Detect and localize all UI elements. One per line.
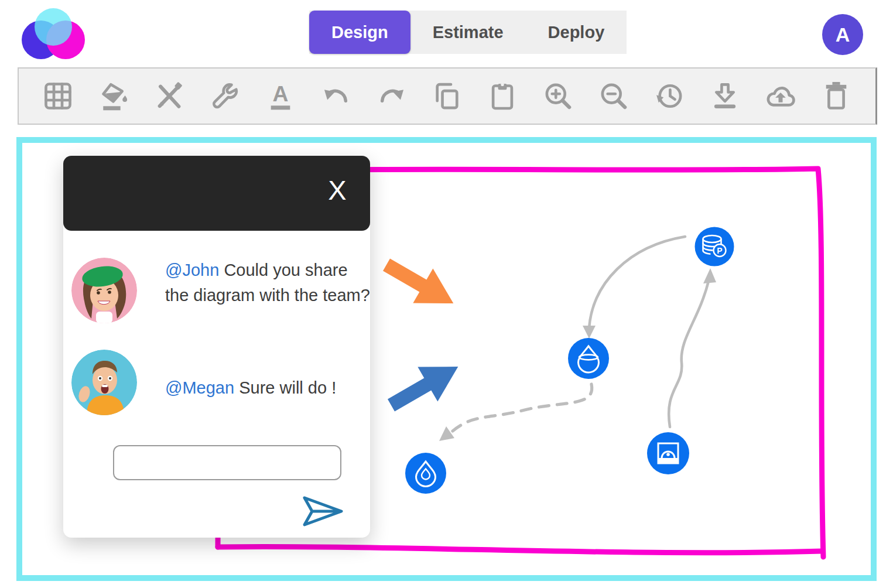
download-icon [709, 80, 741, 112]
fill-color-icon [97, 80, 130, 112]
chat-message: @Megan Sure will do ! [71, 350, 371, 415]
zoom-in-button[interactable] [541, 79, 575, 113]
history-icon [653, 80, 686, 112]
toolbar: A [18, 67, 877, 125]
user-avatar[interactable]: A [822, 14, 863, 55]
send-button[interactable] [302, 494, 344, 528]
mention-megan[interactable]: @Megan [165, 378, 234, 397]
connector-camera-to-database[interactable] [669, 268, 716, 427]
paste-icon [486, 80, 519, 112]
cloud-upload-icon [764, 80, 797, 112]
redo-icon [375, 80, 408, 112]
wrench-icon [208, 80, 241, 112]
chat-message-text: @Megan Sure will do ! [165, 375, 371, 415]
svg-text:P: P [717, 246, 722, 255]
app-window: Design Estimate Deploy A [0, 0, 893, 588]
undo-button[interactable] [319, 79, 353, 113]
close-icon[interactable]: X [320, 169, 355, 211]
table-grid-button[interactable] [41, 79, 75, 113]
copy-icon [430, 80, 463, 112]
undo-icon [320, 80, 353, 112]
mention-john[interactable]: @John [165, 261, 219, 279]
wrench-button[interactable] [208, 79, 242, 113]
zoom-in-icon [542, 80, 574, 112]
cloud-upload-button[interactable] [764, 79, 798, 113]
droplet-level-node[interactable] [568, 338, 609, 379]
tab-design[interactable]: Design [309, 11, 410, 54]
paste-button[interactable] [485, 79, 519, 113]
text-underline-icon: A [264, 80, 297, 112]
history-button[interactable] [652, 79, 686, 113]
trash-icon [820, 80, 853, 112]
design-tools-button[interactable] [152, 79, 186, 113]
download-button[interactable] [708, 79, 742, 113]
text-underline-button[interactable]: A [264, 79, 297, 113]
blue-arrow-shape[interactable] [381, 350, 468, 423]
svg-text:A: A [272, 81, 288, 106]
woman-green-beret-avatar [71, 258, 137, 323]
send-icon [302, 494, 344, 528]
chat-panel-header[interactable]: X [63, 156, 370, 231]
database-p-node[interactable]: P [695, 227, 734, 266]
chat-input[interactable] [113, 445, 341, 480]
zoom-out-button[interactable] [597, 79, 631, 113]
zoom-out-icon [597, 80, 630, 112]
tab-estimate[interactable]: Estimate [410, 11, 526, 54]
app-logo-icon [20, 4, 90, 62]
chat-message-text: @John Could you share the diagram with t… [165, 258, 371, 323]
connector-dashed-to-droplet[interactable] [439, 384, 592, 441]
chat-message: @John Could you share the diagram with t… [71, 258, 371, 323]
copy-button[interactable] [430, 79, 464, 113]
man-yellow-shirt-avatar [71, 350, 137, 415]
redo-button[interactable] [375, 79, 409, 113]
table-grid-icon [42, 80, 74, 112]
camera-node[interactable] [647, 432, 689, 474]
connector-database-to-droplet[interactable] [583, 237, 685, 339]
mode-tabbar: Design Estimate Deploy [309, 11, 627, 54]
design-tools-icon [153, 80, 186, 112]
chat-panel: X @John Could you share the diagram with… [63, 156, 370, 538]
droplet-node[interactable] [405, 453, 446, 494]
tab-deploy[interactable]: Deploy [526, 11, 627, 54]
orange-arrow-shape[interactable] [377, 248, 463, 321]
fill-color-button[interactable] [97, 79, 131, 113]
trash-button[interactable] [819, 79, 853, 113]
